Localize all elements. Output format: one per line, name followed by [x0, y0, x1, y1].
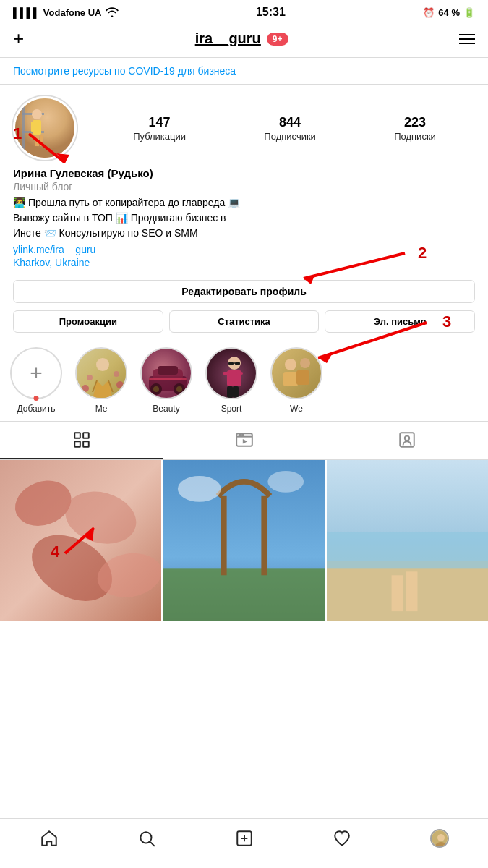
profile-top-row: 147 Публикации 844 Подписчики 223 Подпис… — [13, 96, 475, 160]
svg-rect-23 — [158, 366, 178, 375]
reels-icon — [235, 430, 254, 449]
photo-cell-2[interactable] — [163, 460, 325, 621]
svg-point-14 — [87, 375, 93, 380]
highlight-beauty-label: Beauty — [153, 404, 179, 414]
highlight-sport-circle — [205, 347, 257, 399]
photo-cell-3[interactable] — [327, 460, 488, 621]
svg-point-73 — [437, 834, 445, 841]
bio-location: Kharkov, Ukraine — [13, 257, 90, 268]
profile-name: Ирина Гулевская (Рудько) — [13, 167, 475, 179]
content-tabs — [0, 422, 488, 460]
svg-rect-34 — [233, 386, 239, 398]
bio-link[interactable]: ylink.me/ira__guru — [13, 244, 475, 255]
bio-line2: Вывожу сайты в ТОП 📊 Продвигаю бизнес в — [13, 210, 475, 226]
svg-rect-6 — [31, 122, 35, 132]
profile-category: Личный блог — [13, 181, 475, 192]
action-buttons-row: Промоакции Статистика Эл. письмо — [0, 307, 488, 340]
promotions-button[interactable]: Промоакции — [13, 310, 163, 333]
svg-rect-49 — [400, 433, 414, 447]
covid-link[interactable]: Посмотрите ресурсы по COVID-19 для бизне… — [13, 65, 236, 77]
highlight-sport[interactable]: Sport — [205, 347, 257, 414]
followers-count: 844 — [264, 115, 316, 130]
svg-rect-1 — [22, 102, 25, 158]
svg-rect-65 — [392, 575, 403, 611]
posts-count: 147 — [133, 115, 186, 130]
stat-followers[interactable]: 844 Подписчики — [264, 115, 316, 142]
svg-rect-31 — [223, 372, 230, 375]
highlight-me[interactable]: Me — [75, 347, 127, 414]
notification-badge[interactable]: 9+ — [267, 33, 288, 46]
tab-reels[interactable] — [163, 422, 325, 459]
stat-posts[interactable]: 147 Публикации — [133, 115, 186, 142]
tab-grid[interactable] — [0, 422, 163, 459]
svg-line-68 — [150, 842, 154, 846]
svg-point-37 — [300, 358, 310, 368]
svg-rect-41 — [83, 433, 89, 438]
svg-point-15 — [114, 371, 119, 377]
add-dot — [34, 396, 39, 401]
username[interactable]: ira__guru — [195, 30, 261, 47]
svg-point-61 — [267, 471, 304, 493]
carrier-name: Vodafone UA — [43, 7, 102, 18]
username-container: ira__guru 9+ — [195, 30, 288, 47]
edit-profile-button[interactable]: Редактировать профиль — [13, 280, 475, 303]
menu-button[interactable] — [459, 34, 475, 44]
add-button[interactable]: + — [13, 27, 24, 50]
highlight-me-label: Me — [95, 404, 108, 414]
highlight-add[interactable]: + Добавить — [10, 347, 62, 414]
svg-point-47 — [241, 434, 243, 435]
highlight-we[interactable]: We — [270, 347, 322, 414]
avatar-ring — [13, 96, 77, 160]
svg-point-4 — [32, 109, 42, 119]
email-button[interactable]: Эл. письмо — [325, 310, 475, 333]
add-label: Добавить — [17, 404, 55, 414]
svg-point-50 — [404, 436, 409, 441]
svg-rect-7 — [35, 135, 39, 146]
highlight-sport-label: Sport — [221, 404, 242, 414]
followers-label: Подписчики — [264, 131, 316, 142]
bottom-nav — [0, 818, 488, 868]
highlights-row: + Добавить — [0, 340, 488, 422]
status-time: 15:31 — [256, 6, 286, 19]
svg-point-12 — [82, 385, 89, 392]
highlight-beauty[interactable]: Beauty — [140, 347, 192, 414]
statistics-button[interactable]: Статистика — [169, 310, 320, 333]
highlight-me-circle — [75, 347, 127, 399]
svg-rect-40 — [74, 433, 80, 438]
nav-add[interactable] — [223, 826, 265, 851]
battery-icon: 🔋 — [463, 7, 475, 18]
nav-profile[interactable] — [419, 826, 461, 851]
wifi-icon — [106, 7, 119, 17]
svg-rect-24 — [149, 378, 187, 380]
nav-home[interactable] — [28, 826, 70, 851]
svg-rect-58 — [221, 496, 227, 576]
svg-rect-66 — [406, 571, 418, 611]
svg-point-60 — [178, 476, 221, 502]
stat-following[interactable]: 223 Подписки — [394, 115, 436, 142]
svg-point-36 — [285, 359, 296, 370]
covid-banner[interactable]: Посмотрите ресурсы по COVID-19 для бизне… — [0, 58, 488, 85]
svg-rect-64 — [327, 532, 488, 569]
nav-heart[interactable] — [321, 826, 363, 851]
nav-search[interactable] — [126, 826, 168, 851]
svg-rect-32 — [236, 372, 243, 375]
signal-icon: ▌▌▌▌ — [13, 7, 40, 18]
tab-tagged[interactable] — [325, 422, 488, 459]
svg-rect-39 — [296, 370, 309, 385]
photo-cell-1[interactable] — [0, 460, 161, 621]
following-label: Подписки — [394, 131, 436, 142]
avatar[interactable] — [13, 96, 77, 160]
profile-section: 147 Публикации 844 Подписчики 223 Подпис… — [0, 85, 488, 167]
battery-level: 64 % — [438, 7, 460, 18]
svg-rect-27 — [228, 362, 234, 365]
profile-avatar-nav — [430, 829, 449, 848]
highlight-beauty-circle — [140, 347, 192, 399]
tagged-icon — [398, 430, 416, 449]
status-right: ⏰ 64 % 🔋 — [423, 7, 475, 18]
svg-rect-43 — [83, 441, 89, 447]
posts-label: Публикации — [133, 131, 186, 142]
bio-section: Ирина Гулевская (Рудько) Личный блог 👩‍💻… — [0, 167, 488, 276]
search-icon — [137, 829, 156, 848]
svg-rect-33 — [227, 386, 233, 398]
add-circle: + — [10, 347, 62, 399]
